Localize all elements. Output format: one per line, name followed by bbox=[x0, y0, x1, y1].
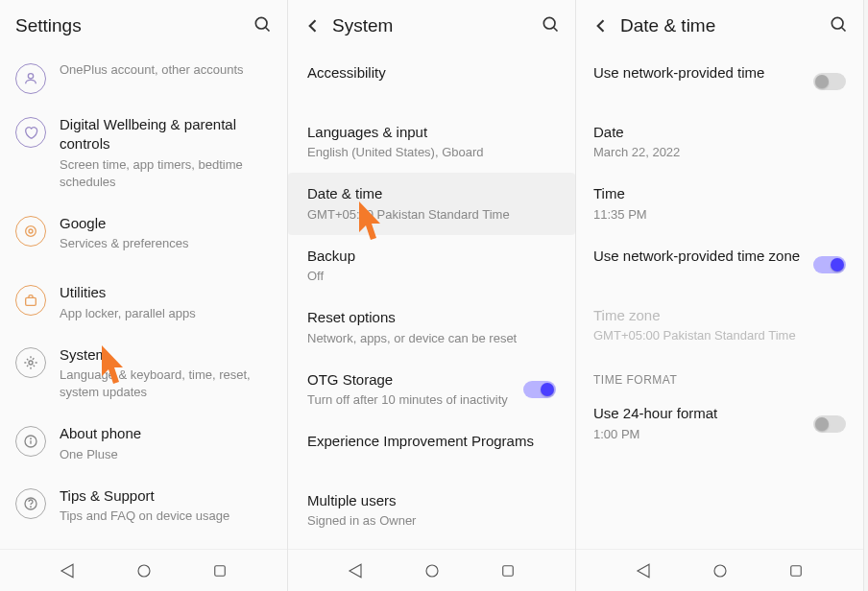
timezone-title: Time zone bbox=[593, 306, 846, 325]
utilities-title: Utilities bbox=[60, 283, 272, 302]
utilities-item[interactable]: Utilities App locker, parallel apps bbox=[0, 272, 287, 333]
system-item[interactable]: System Language & keyboard, time, reset,… bbox=[0, 334, 287, 414]
exp-item[interactable]: Experience Improvement Programs bbox=[288, 420, 575, 480]
svg-line-19 bbox=[842, 28, 846, 32]
datetime-panel: Date & time Use network-provided time Da… bbox=[576, 0, 864, 591]
net-time-toggle[interactable] bbox=[813, 73, 846, 90]
svg-point-11 bbox=[31, 507, 32, 508]
accessibility-item[interactable]: Accessibility bbox=[288, 52, 575, 111]
svg-point-9 bbox=[31, 438, 32, 439]
nav-recent-icon[interactable] bbox=[787, 562, 805, 579]
tips-item[interactable]: Tips & Support Tips and FAQ on device us… bbox=[0, 475, 287, 536]
briefcase-icon bbox=[15, 285, 46, 316]
nav-back-icon[interactable] bbox=[635, 562, 652, 579]
net-time-item[interactable]: Use network-provided time bbox=[576, 52, 863, 111]
date-title: Date bbox=[593, 123, 846, 142]
about-item[interactable]: About phone One Pluse bbox=[0, 413, 287, 474]
datetime-header-title: Date & time bbox=[620, 15, 829, 36]
system-header: System bbox=[288, 0, 575, 52]
settings-list[interactable]: OnePlus account, other accounts Digital … bbox=[0, 52, 287, 591]
svg-rect-13 bbox=[215, 565, 226, 576]
time-item[interactable]: Time 11:35 PM bbox=[576, 173, 863, 234]
multi-title: Multiple users bbox=[307, 491, 556, 510]
net-tz-toggle[interactable] bbox=[813, 256, 846, 273]
svg-line-1 bbox=[266, 28, 270, 32]
datetime-item[interactable]: Date & time GMT+05:00 Pakistan Standard … bbox=[288, 173, 575, 234]
backup-sub: Off bbox=[307, 268, 556, 285]
timezone-item: Time zone GMT+05:00 Pakistan Standard Ti… bbox=[576, 295, 863, 356]
otg-sub: Turn off after 10 minutes of inactivity bbox=[307, 391, 514, 409]
format-sub: 1:00 PM bbox=[593, 426, 804, 443]
nav-home-icon[interactable] bbox=[135, 562, 153, 579]
google-icon bbox=[15, 216, 46, 247]
back-icon[interactable] bbox=[591, 16, 611, 35]
otg-item[interactable]: OTG Storage Turn off after 10 minutes of… bbox=[288, 359, 575, 420]
multi-item[interactable]: Multiple users Signed in as Owner bbox=[288, 480, 575, 541]
net-tz-title: Use network-provided time zone bbox=[593, 247, 804, 266]
nav-home-icon[interactable] bbox=[423, 562, 441, 579]
date-item[interactable]: Date March 22, 2022 bbox=[576, 111, 863, 173]
nav-bar bbox=[0, 549, 287, 591]
format-toggle[interactable] bbox=[813, 415, 846, 433]
svg-rect-17 bbox=[503, 565, 514, 576]
nav-back-icon[interactable] bbox=[59, 562, 76, 579]
svg-point-3 bbox=[26, 226, 36, 237]
backup-title: Backup bbox=[307, 247, 556, 266]
help-icon bbox=[15, 488, 46, 519]
system-title: System bbox=[60, 345, 272, 365]
datetime-title: Date & time bbox=[307, 184, 556, 203]
svg-line-15 bbox=[554, 28, 558, 32]
about-sub: One Pluse bbox=[60, 446, 272, 463]
net-time-title: Use network-provided time bbox=[593, 63, 804, 83]
google-item[interactable]: Google Services & preferences bbox=[0, 202, 287, 264]
tips-title: Tips & Support bbox=[60, 486, 272, 506]
about-title: About phone bbox=[60, 424, 272, 443]
back-icon[interactable] bbox=[303, 16, 323, 35]
lang-title: Languages & input bbox=[307, 123, 556, 142]
gear-icon bbox=[15, 347, 46, 378]
time-format-label: TIME FORMAT bbox=[576, 356, 863, 392]
nav-bar bbox=[576, 549, 863, 591]
reset-title: Reset options bbox=[307, 308, 556, 327]
otg-title: OTG Storage bbox=[307, 370, 514, 390]
settings-title: Settings bbox=[15, 15, 253, 36]
search-icon[interactable] bbox=[253, 14, 272, 37]
exp-title: Experience Improvement Programs bbox=[307, 432, 556, 451]
svg-point-16 bbox=[426, 565, 438, 577]
date-sub: March 22, 2022 bbox=[593, 144, 846, 161]
settings-panel: Settings OnePlus account, other accounts… bbox=[0, 0, 288, 591]
search-icon[interactable] bbox=[541, 14, 560, 37]
svg-point-2 bbox=[28, 74, 33, 79]
datetime-list[interactable]: Use network-provided time Date March 22,… bbox=[576, 52, 863, 591]
net-tz-item[interactable]: Use network-provided time zone bbox=[576, 235, 863, 295]
wellbeing-item[interactable]: Digital Wellbeing & parental controls Sc… bbox=[0, 104, 287, 202]
lang-item[interactable]: Languages & input English (United States… bbox=[288, 111, 575, 173]
system-panel: System Accessibility Languages & input E… bbox=[288, 0, 576, 591]
wellbeing-sub: Screen time, app timers, bedtime schedul… bbox=[60, 156, 272, 191]
otg-toggle[interactable] bbox=[523, 381, 556, 398]
svg-point-20 bbox=[714, 565, 726, 577]
nav-recent-icon[interactable] bbox=[499, 562, 517, 579]
accounts-sub: OnePlus account, other accounts bbox=[60, 61, 272, 79]
lang-sub: English (United States), Gboard bbox=[307, 144, 556, 161]
svg-point-12 bbox=[138, 565, 150, 577]
time-title: Time bbox=[593, 184, 846, 203]
svg-point-6 bbox=[29, 361, 33, 365]
svg-point-18 bbox=[832, 17, 843, 29]
svg-point-4 bbox=[29, 229, 33, 233]
google-title: Google bbox=[60, 214, 272, 233]
svg-rect-5 bbox=[26, 298, 36, 306]
datetime-sub: GMT+05:00 Pakistan Standard Time bbox=[307, 206, 556, 224]
nav-back-icon[interactable] bbox=[347, 562, 364, 579]
accounts-item[interactable]: OnePlus account, other accounts bbox=[0, 52, 287, 104]
nav-home-icon[interactable] bbox=[711, 562, 729, 579]
svg-rect-21 bbox=[791, 565, 802, 576]
tips-sub: Tips and FAQ on device usage bbox=[60, 508, 272, 525]
nav-recent-icon[interactable] bbox=[211, 562, 229, 579]
format-item[interactable]: Use 24-hour format 1:00 PM bbox=[576, 392, 863, 454]
search-icon[interactable] bbox=[829, 14, 848, 37]
system-list[interactable]: Accessibility Languages & input English … bbox=[288, 52, 575, 591]
backup-item[interactable]: Backup Off bbox=[288, 235, 575, 296]
settings-header: Settings bbox=[0, 0, 287, 52]
reset-item[interactable]: Reset options Network, apps, or device c… bbox=[288, 296, 575, 358]
